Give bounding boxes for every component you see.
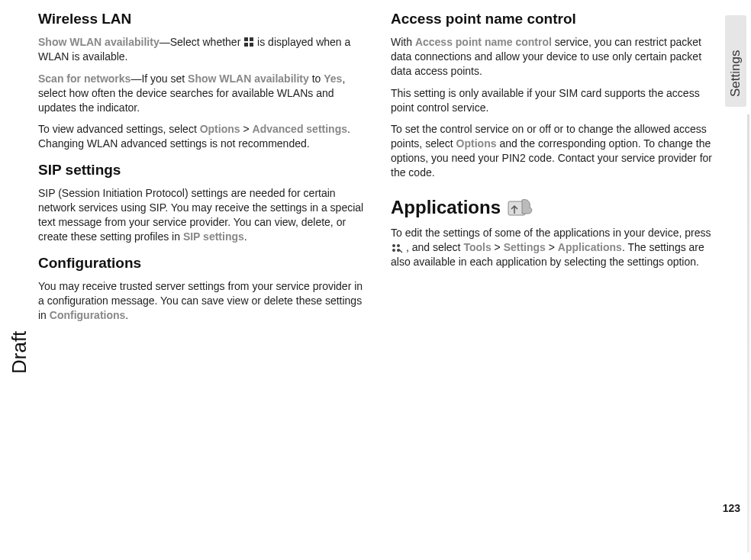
apn-para-1: With Access point name control service, …	[391, 35, 720, 79]
label-yes: Yes	[324, 72, 342, 85]
watermark-draft: Draft	[8, 331, 31, 374]
label-sip-settings: SIP settings	[183, 230, 244, 243]
label-apn-control: Access point name control	[415, 36, 552, 48]
label-advanced-settings: Advanced settings	[253, 123, 347, 135]
sip-para-1: SIP (Session Initiation Protocol) settin…	[38, 186, 368, 244]
left-column: Wireless LAN Show WLAN availability—Sele…	[38, 8, 368, 552]
applications-icon	[507, 197, 534, 218]
text: To view advanced settings, select	[38, 123, 200, 135]
wlan-para-2: Scan for networks—If you set Show WLAN a…	[38, 72, 368, 115]
label-applications: Applications	[558, 241, 622, 253]
menu-key-icon	[391, 243, 403, 253]
apps-para-1: To edit the settings of some of the appl…	[391, 226, 720, 269]
label-configurations: Configurations	[50, 309, 126, 321]
svg-point-5	[392, 244, 395, 247]
side-tab-settings: Settings	[725, 15, 746, 107]
applications-heading-text: Applications	[391, 197, 501, 218]
text: —Select whether	[160, 36, 244, 48]
sip-settings-heading: SIP settings	[38, 162, 368, 179]
label-tools: Tools	[463, 241, 491, 253]
text: .	[244, 230, 247, 243]
svg-rect-0	[244, 37, 248, 41]
text: , and select	[403, 241, 463, 253]
right-column: Access point name control With Access po…	[391, 8, 720, 552]
label-options: Options	[200, 123, 240, 135]
svg-point-6	[397, 244, 400, 247]
text: With	[391, 36, 415, 48]
separator: >	[240, 123, 253, 135]
conf-para-1: You may receive trusted server settings …	[38, 279, 368, 323]
page-number: 123	[723, 502, 740, 514]
text: .	[125, 309, 128, 321]
separator: >	[492, 241, 504, 253]
separator: >	[546, 241, 558, 253]
apn-para-2: This setting is only available if your S…	[391, 86, 720, 115]
label-settings: Settings	[504, 241, 546, 253]
svg-rect-1	[250, 37, 253, 41]
applications-heading: Applications	[391, 197, 720, 218]
configurations-heading: Configurations	[38, 255, 368, 272]
text: to	[309, 72, 324, 85]
label-scan-for-networks: Scan for networks	[38, 72, 131, 85]
wireless-lan-heading: Wireless LAN	[38, 11, 368, 27]
text: —If you set	[131, 72, 188, 85]
wlan-para-1: Show WLAN availability—Select whether is…	[38, 35, 368, 64]
wlan-indicator-icon	[243, 37, 254, 47]
label-show-wlan-availability-ref: Show WLAN availability	[188, 72, 309, 85]
label-show-wlan-availability: Show WLAN availability	[38, 36, 160, 48]
svg-rect-3	[250, 43, 253, 47]
text: To edit the settings of some of the appl…	[391, 227, 711, 239]
decorative-line	[747, 114, 749, 552]
page-content: Wireless LAN Show WLAN availability—Sele…	[0, 0, 751, 560]
wlan-para-3: To view advanced settings, select Option…	[38, 122, 368, 151]
svg-rect-2	[244, 43, 248, 47]
svg-point-7	[392, 249, 395, 252]
apn-para-3: To set the control service on or off or …	[391, 122, 720, 180]
label-options: Options	[456, 137, 497, 150]
apn-control-heading: Access point name control	[391, 11, 720, 27]
